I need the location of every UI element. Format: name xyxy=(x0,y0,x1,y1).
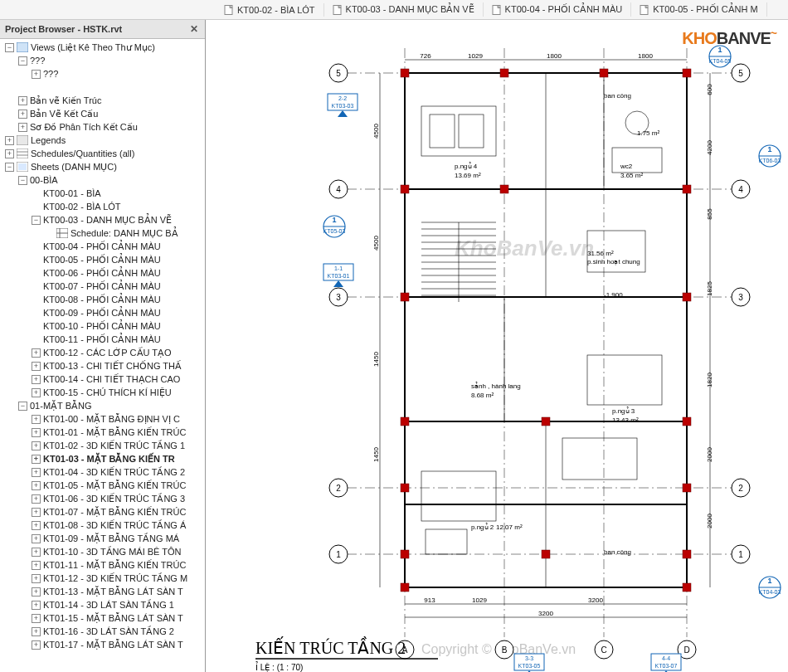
tree-label: Bản Vẽ Kết Cấu xyxy=(30,109,98,119)
svg-rect-92 xyxy=(683,583,691,592)
tree-item[interactable]: +KT01-10 - 3D TẦNG MÁI BÊ TÔN xyxy=(2,545,205,558)
expander-icon[interactable]: + xyxy=(32,455,41,464)
tree-item[interactable]: +KT01-05 - MẶT BẰNG KIẾN TRÚC xyxy=(2,479,205,492)
expander-icon[interactable]: + xyxy=(32,521,41,530)
tree-item[interactable]: −KT00-03 - DANH MỤC BẢN VẼ xyxy=(2,213,205,226)
expander-icon[interactable]: + xyxy=(32,70,41,79)
tree-item[interactable]: −Sheets (DANH MỤC) xyxy=(2,160,205,173)
tab-0[interactable]: KT00-02 - BÌA LÓT xyxy=(216,3,324,17)
expander-icon[interactable]: + xyxy=(32,640,41,650)
tree-item[interactable]: +KT01-02 - 3D KIẾN TRÚC TẦNG 1 xyxy=(2,439,205,452)
tree-item[interactable]: +KT00-12 - CÁC LỚP CẤU TẠO xyxy=(2,346,205,359)
tab-1[interactable]: KT00-03 - DANH MỤC BẢN VẼ xyxy=(324,2,484,17)
expander-icon[interactable]: + xyxy=(18,96,27,105)
document-tabs: KT00-02 - BÌA LÓTKT00-03 - DANH MỤC BẢN … xyxy=(0,0,788,20)
tree-item[interactable]: +KT01-09 - MẶT BẰNG TẦNG MÁ xyxy=(2,532,205,545)
expander-icon[interactable]: − xyxy=(18,402,27,411)
tree-item[interactable]: +KT01-14 - 3D LÁT SÀN TẦNG 1 xyxy=(2,598,205,611)
tree-item[interactable]: +KT01-15 - MẶT BẰNG LÁT SÀN T xyxy=(2,611,205,625)
tree-item[interactable]: KT00-10 - PHỐI CẢNH MÀU xyxy=(2,319,205,333)
expander-icon[interactable]: + xyxy=(32,548,41,557)
expander-icon[interactable]: + xyxy=(32,481,41,490)
tree-item[interactable]: −Views (Liệt Kê Theo Thư Mục) xyxy=(2,41,205,54)
project-browser-header[interactable]: Project Browser - HSTK.rvt ✕ xyxy=(0,20,205,39)
drawing-canvas[interactable]: KHOBANVE~ KhoBanVe.vn Copyright © KhoBan… xyxy=(206,20,788,672)
expander-icon[interactable]: + xyxy=(32,494,41,504)
tree-item[interactable]: +KT01-12 - 3D KIẾN TRÚC TẦNG M xyxy=(2,572,205,585)
svg-rect-81 xyxy=(401,293,409,301)
svg-text:1029: 1029 xyxy=(472,597,487,604)
expander-icon[interactable]: + xyxy=(32,508,41,517)
expander-icon[interactable]: − xyxy=(5,163,14,172)
expander-icon[interactable]: + xyxy=(18,110,27,119)
tree-label: 01-MẶT BẰNG xyxy=(30,401,91,411)
tree-item[interactable]: +KT01-00 - MẶT BẰNG ĐỊNH VỊ C xyxy=(2,412,205,426)
tree-item[interactable]: +KT01-13 - MẶT BẰNG LÁT SÀN T xyxy=(2,585,205,598)
expander-icon[interactable]: + xyxy=(32,627,41,636)
expander-icon[interactable]: + xyxy=(32,534,41,543)
expander-icon[interactable]: − xyxy=(18,56,27,66)
close-icon[interactable]: ✕ xyxy=(188,23,200,35)
tree-item[interactable] xyxy=(2,80,205,94)
expander-icon[interactable]: + xyxy=(5,136,14,145)
tree-item[interactable]: KT00-02 - BÌA LÓT xyxy=(2,200,205,213)
tree-item[interactable]: −??? xyxy=(2,54,205,67)
tree-item[interactable]: KT00-01 - BÌA xyxy=(2,187,205,200)
svg-text:D: D xyxy=(683,645,689,655)
tree-item[interactable]: +KT01-04 - 3D KIẾN TRÚC TẦNG 2 xyxy=(2,465,205,479)
expander-icon[interactable]: + xyxy=(32,428,41,437)
tree-item[interactable]: +KT00-15 - CHÚ THÍCH KÍ HIỆU xyxy=(2,386,205,399)
tree-item[interactable]: −00-BÌA xyxy=(2,173,205,187)
tree-item[interactable]: KT00-06 - PHỐI CẢNH MÀU xyxy=(2,266,205,280)
tree-item[interactable]: KT00-07 - PHỐI CẢNH MÀU xyxy=(2,280,205,293)
tree-item[interactable]: +KT00-14 - CHI TIẾT THẠCH CAO xyxy=(2,373,205,386)
expander-icon[interactable]: − xyxy=(32,216,41,225)
tab-3[interactable]: KT00-05 - PHỐI CẢNH M xyxy=(631,2,766,17)
project-tree[interactable]: −Views (Liệt Kê Theo Thư Mục)−???+???+Bả… xyxy=(0,39,205,672)
tree-item[interactable]: +KT01-08 - 3D KIẾN TRÚC TẦNG Á xyxy=(2,519,205,532)
tree-item[interactable]: +KT01-16 - 3D LÁT SÀN TẦNG 2 xyxy=(2,625,205,638)
expander-icon[interactable]: + xyxy=(32,375,41,384)
tree-item[interactable]: KT00-05 - PHỐI CẢNH MÀU xyxy=(2,253,205,266)
tree-item[interactable]: +KT00-13 - CHI TIẾT CHỐNG THẤ xyxy=(2,359,205,373)
tree-item[interactable]: +KT01-17 - MẶT BẰNG LÁT SÀN T xyxy=(2,638,205,651)
tab-2[interactable]: KT00-04 - PHỐI CẢNH MÀU xyxy=(484,2,632,17)
expander-icon[interactable]: + xyxy=(32,561,41,570)
tree-item[interactable]: +KT01-11 - MẶT BẰNG KIẾN TRÚC xyxy=(2,558,205,572)
tree-item[interactable]: −01-MẶT BẰNG xyxy=(2,399,205,412)
expander-icon[interactable]: + xyxy=(32,587,41,597)
tree-item[interactable]: +Sơ Đồ Phân Tích Kết Cấu xyxy=(2,120,205,134)
expander-icon[interactable]: + xyxy=(32,468,41,477)
tree-item[interactable]: KT00-11 - PHỐI CẢNH MÀU xyxy=(2,333,205,346)
tree-item[interactable]: KT00-04 - PHỐI CẢNH MÀU xyxy=(2,240,205,253)
expander-icon[interactable]: + xyxy=(32,362,41,371)
svg-text:wc2: wc2 xyxy=(620,163,633,170)
tree-item[interactable]: +??? xyxy=(2,67,205,80)
expander-icon[interactable]: + xyxy=(32,601,41,610)
tree-item[interactable]: Schedule: DANH MỤC BẢ xyxy=(2,226,205,240)
tree-item[interactable]: KT00-08 - PHỐI CẢNH MÀU xyxy=(2,293,205,306)
tree-item[interactable]: +KT01-03 - MẶT BẰNG KIẾN TR xyxy=(2,452,205,465)
expander-icon[interactable]: − xyxy=(18,176,27,185)
tree-item[interactable]: +KT01-01 - MẶT BẰNG KIẾN TRÚC xyxy=(2,426,205,439)
tree-item[interactable]: +Bản Vẽ Kết Cấu xyxy=(2,107,205,120)
expander-icon[interactable]: + xyxy=(32,614,41,623)
expander-icon[interactable]: + xyxy=(32,415,41,424)
tree-item[interactable]: +KT01-06 - 3D KIẾN TRÚC TẦNG 3 xyxy=(2,492,205,505)
expander-icon[interactable]: + xyxy=(32,348,41,358)
svg-text:4: 4 xyxy=(336,185,341,194)
tree-item[interactable]: +Schedules/Quantities (all) xyxy=(2,147,205,160)
expander-icon[interactable]: + xyxy=(32,388,41,397)
expander-icon[interactable]: + xyxy=(32,441,41,450)
tree-item[interactable]: +Legends xyxy=(2,134,205,147)
expander-icon[interactable]: − xyxy=(5,43,14,52)
expander-icon[interactable]: + xyxy=(32,574,41,583)
tree-label: KT00-07 - PHỐI CẢNH MÀU xyxy=(43,281,161,292)
tree-item[interactable]: +KT01-07 - MẶT BẰNG KIẾN TRÚC xyxy=(2,505,205,519)
expander-icon[interactable]: + xyxy=(5,149,14,158)
tree-item[interactable]: +Bản vẽ Kiến Trúc xyxy=(2,94,205,107)
expander-icon[interactable]: + xyxy=(18,123,27,132)
svg-text:B: B xyxy=(502,645,508,655)
tree-item[interactable]: KT00-09 - PHỐI CẢNH MÀU xyxy=(2,306,205,319)
tree-label: ??? xyxy=(30,56,45,66)
